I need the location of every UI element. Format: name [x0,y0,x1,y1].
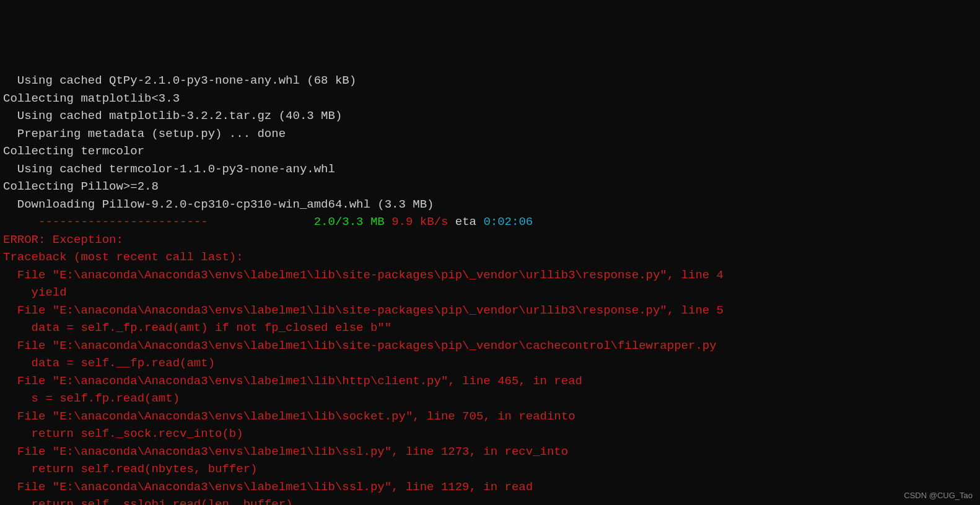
terminal-line: File "E:\anaconda\Anaconda3\envs\labelme… [3,337,977,355]
terminal-line: Collecting matplotlib<3.3 [3,90,977,108]
terminal-line: return self._sslobj.read(len, buffer) [3,496,977,505]
terminal-line: Using cached QtPy-2.1.0-py3-none-any.whl… [3,72,977,90]
terminal-line: Using cached termcolor-1.1.0-py3-none-an… [3,160,977,178]
terminal-line: Collecting Pillow>=2.8 [3,178,977,196]
terminal-text-segment: data = self.__fp.read(amt) [3,356,215,370]
terminal-line: Collecting termcolor [3,143,977,160]
terminal-text-segment: File "E:\anaconda\Anaconda3\envs\labelme… [3,268,724,282]
terminal-line: ------------------------ 2.0/3.3 MB 9.9 … [3,213,977,231]
terminal-line: s = self.fp.read(amt) [3,390,977,408]
terminal-line: data = self._fp.read(amt) if not fp_clos… [3,319,977,337]
terminal-line: File "E:\anaconda\Anaconda3\envs\labelme… [3,302,977,320]
terminal-text-segment: Collecting termcolor [3,144,144,158]
terminal-text-segment: File "E:\anaconda\Anaconda3\envs\labelme… [3,374,582,388]
terminal-text-segment: s = self.fp.read(amt) [3,392,180,405]
terminal-text-segment: File "E:\anaconda\Anaconda3\envs\labelme… [3,304,724,317]
terminal-line: yield [3,284,977,302]
terminal-line: Using cached matplotlib-3.2.2.tar.gz (40… [3,107,977,125]
terminal-line: File "E:\anaconda\Anaconda3\envs\labelme… [3,443,977,461]
terminal-text-segment: File "E:\anaconda\Anaconda3\envs\labelme… [3,339,717,353]
terminal-text-segment: Using cached termcolor-1.1.0-py3-none-an… [3,162,335,176]
terminal-text-segment: 9.9 kB/s [392,215,448,229]
terminal-text-segment: yield [3,286,67,299]
terminal-line: data = self.__fp.read(amt) [3,354,977,372]
terminal-text-segment: 2.0/3.3 MB [314,215,385,229]
terminal-text-segment: eta [448,215,483,229]
terminal-text-segment: File "E:\anaconda\Anaconda3\envs\labelme… [3,480,533,494]
terminal-line: Preparing metadata (setup.py) ... done [3,125,977,143]
terminal-output: Using cached QtPy-2.1.0-py3-none-any.whl… [0,71,980,505]
terminal-text-segment: 0:02:06 [483,215,533,229]
terminal-text-segment: Traceback (most recent call last): [3,250,243,264]
terminal-line: Downloading Pillow-9.2.0-cp310-cp310-win… [3,196,977,214]
terminal-line: return self.read(nbytes, buffer) [3,460,977,478]
terminal-text-segment [385,215,392,229]
terminal-text-segment: File "E:\anaconda\Anaconda3\envs\labelme… [3,445,568,459]
watermark-text: CSDN @CUG_Tao [904,490,973,502]
terminal-text-segment: return self._sslobj.read(len, buffer) [3,498,292,505]
terminal-line: return self._sock.recv_into(b) [3,425,977,443]
terminal-text-segment: ERROR: Exception: [3,233,123,247]
terminal-text-segment: Using cached matplotlib-3.2.2.tar.gz (40… [3,109,342,123]
terminal-text-segment [3,215,38,229]
terminal-line: Traceback (most recent call last): [3,248,977,266]
terminal-text-segment: Collecting Pillow>=2.8 [3,180,159,193]
terminal-line: ERROR: Exception: [3,231,977,249]
terminal-text-segment: Using cached QtPy-2.1.0-py3-none-any.whl… [3,74,356,87]
terminal-text-segment: return self.read(nbytes, buffer) [3,462,257,476]
terminal-text-segment: Preparing metadata (setup.py) ... done [3,127,286,141]
terminal-text-segment: Collecting matplotlib<3.3 [3,92,180,105]
terminal-text-segment: return self._sock.recv_into(b) [3,427,243,441]
terminal-line: File "E:\anaconda\Anaconda3\envs\labelme… [3,478,977,496]
terminal-line: File "E:\anaconda\Anaconda3\envs\labelme… [3,408,977,426]
terminal-text-segment: data = self._fp.read(amt) if not fp_clos… [3,321,392,335]
terminal-text-segment: ------------------------ [38,215,208,229]
terminal-line: File "E:\anaconda\Anaconda3\envs\labelme… [3,372,977,390]
terminal-text-segment [208,215,314,229]
terminal-line: File "E:\anaconda\Anaconda3\envs\labelme… [3,266,977,284]
terminal-text-segment: Downloading Pillow-9.2.0-cp310-cp310-win… [3,198,434,211]
terminal-text-segment: File "E:\anaconda\Anaconda3\envs\labelme… [3,410,575,423]
